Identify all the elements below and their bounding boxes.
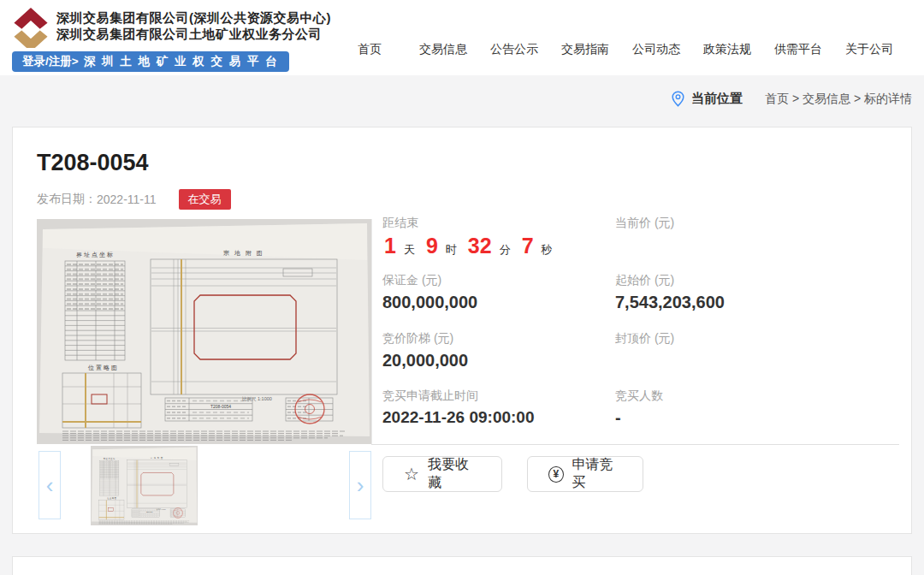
countdown-hours: 9 [426,234,438,258]
chevron-right-icon: › [357,472,364,499]
chevron-left-icon: ‹ [46,472,54,499]
parcel-document-photo[interactable] [37,219,371,444]
publish-date-label: 发布日期： [37,192,97,207]
deadline-value: 2022-11-26 09:00:00 [382,408,534,427]
nav-item-trade-info[interactable]: 交易信息 [419,42,467,57]
location-pin-icon [672,91,684,107]
bidders-label: 竞买人数 [615,388,663,404]
countdown-days-unit: 天 [404,242,415,258]
breadcrumb: 当前位置 首页 > 交易信息 > 标的详情 [672,91,912,107]
current-price-label: 当前价 (元) [615,216,674,231]
login-register-banner[interactable]: 登录/注册> 深 圳 土 地 矿 业 权 交 易 平 台 [12,51,289,72]
increment-label: 竞价阶梯 (元) [382,331,453,347]
countdown-label: 距结束 [382,216,418,231]
horizontal-divider [371,444,899,445]
countdown-timer: 1 天 9 时 32 分 7 秒 [384,234,564,258]
nav-item-policies[interactable]: 政策法规 [703,42,751,57]
bidders-value: - [615,408,621,428]
deadline-label: 竞买申请截止时间 [382,388,478,404]
countdown-seconds: 7 [522,234,534,258]
cap-price-label: 封顶价 (元) [615,331,674,347]
countdown-days: 1 [384,234,396,258]
nav-item-trade-guide[interactable]: 交易指南 [561,42,609,57]
login-register-link[interactable]: 登录/注册> [22,54,79,69]
photo-thumbnail[interactable] [91,446,198,525]
carousel-prev-button[interactable]: ‹ [38,451,61,519]
breadcrumb-path[interactable]: 首页 > 交易信息 > 标的详情 [765,92,912,107]
site-header: 深圳交易集团有限公司(深圳公共资源交易中心) 深圳交易集团有限公司土地矿业权业务… [0,0,924,75]
main-nav: 首页 交易信息 公告公示 交易指南 公司动态 政策法规 供需平台 关于公司 [358,42,916,57]
favorite-button-label: 我要收藏 [428,456,481,492]
company-name-line1: 深圳交易集团有限公司(深圳公共资源交易中心) [56,9,331,26]
vertical-divider [371,219,372,444]
nav-item-announcements[interactable]: 公告公示 [490,42,538,57]
yen-icon: ¥ [548,466,564,483]
countdown-hours-unit: 时 [446,242,457,258]
countdown-minutes: 32 [468,234,492,258]
company-name: 深圳交易集团有限公司(深圳公共资源交易中心) 深圳交易集团有限公司土地矿业权业务… [56,9,331,42]
publish-date: 2022-11-11 [97,193,157,206]
carousel-next-button[interactable]: › [349,451,371,519]
company-logo-icon [12,7,50,48]
listing-title: T208-0054 [37,150,149,176]
nav-item-home[interactable]: 首页 [358,42,382,57]
countdown-minutes-unit: 分 [500,242,511,258]
increment-value: 20,000,000 [382,351,468,370]
countdown-seconds-unit: 秒 [542,242,553,258]
favorite-button[interactable]: ☆ 我要收藏 [382,456,502,492]
apply-bid-button[interactable]: ¥ 申请竞买 [527,456,643,492]
status-badge: 在交易 [179,189,231,210]
apply-bid-button-label: 申请竞买 [572,456,622,492]
star-icon: ☆ [404,465,419,483]
deposit-value: 800,000,000 [382,293,477,312]
detail-section-card [12,556,912,575]
start-price-value: 7,543,203,600 [615,293,725,312]
start-price-label: 起始价 (元) [615,273,674,288]
company-name-line2: 深圳交易集团有限公司土地矿业权业务分公司 [56,26,331,42]
platform-name: 深 圳 土 地 矿 业 权 交 易 平 台 [84,54,279,69]
deposit-label: 保证金 (元) [382,273,441,288]
listing-meta: 发布日期： 2022-11-11 在交易 [37,189,231,210]
current-location-label: 当前位置 [691,91,743,107]
breadcrumb-row: 当前位置 首页 > 交易信息 > 标的详情 [0,75,924,127]
nav-item-supply-demand[interactable]: 供需平台 [774,42,822,57]
listing-detail-card: T208-0054 发布日期： 2022-11-11 在交易 距结束 1 天 9… [12,127,912,534]
nav-item-about[interactable]: 关于公司 [845,42,893,57]
nav-item-company-news[interactable]: 公司动态 [632,42,680,57]
